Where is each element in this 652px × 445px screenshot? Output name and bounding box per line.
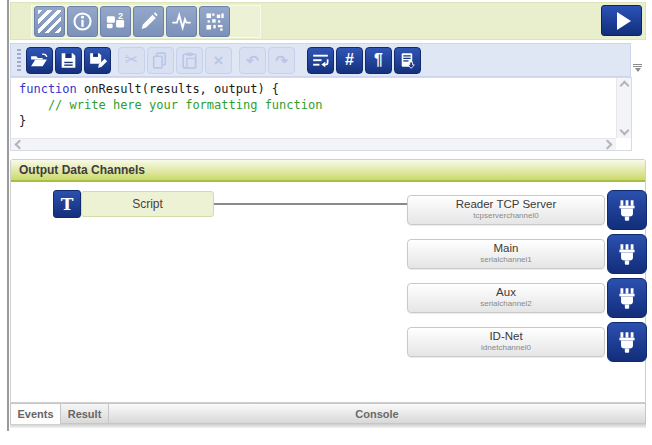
info-icon [71, 10, 94, 33]
script-code-editor[interactable]: function onResult(results, output) { // … [10, 77, 632, 151]
insert-template-button[interactable] [394, 47, 421, 74]
run-script-button[interactable] [601, 5, 642, 36]
plug-icon [614, 197, 640, 223]
overflow-lines-icon [633, 64, 642, 65]
channel-subtitle: tcpserverchannel0 [408, 211, 604, 220]
code-line-1: function onResult(results, output) { [19, 81, 631, 97]
channel-title: Aux [408, 286, 604, 299]
scroll-down-icon[interactable] [619, 126, 629, 136]
plug-icon [614, 285, 640, 311]
script-node-icon[interactable]: T [53, 190, 81, 218]
save-file-button[interactable] [55, 47, 82, 74]
monitor-button[interactable] [166, 6, 197, 37]
play-icon [617, 12, 631, 30]
pilcrow-icon: ¶ [374, 52, 383, 68]
channel-node-reader-tcp-server[interactable]: Reader TCP Server tcpserverchannel0 [407, 195, 605, 225]
copy-button [147, 47, 174, 74]
word-wrap-icon [310, 50, 331, 71]
code-text: function onResult(results, output) { // … [11, 78, 631, 129]
channel-node-aux[interactable]: Aux serialchannel2 [407, 283, 605, 313]
reading-phase-button[interactable]: 2 [100, 6, 131, 37]
barcode-setup-icon [38, 10, 61, 33]
template-document-icon [397, 50, 418, 71]
plug-icon [614, 241, 640, 267]
monitor-icon [170, 10, 193, 33]
plug-icon [614, 329, 640, 355]
channel-routing-canvas: T Script Reader TCP Server tcpserverchan… [11, 182, 645, 401]
main-toolbar-icon-strip: 2 [31, 5, 261, 38]
bottom-bar: Events Result Console [10, 403, 646, 424]
scroll-right-icon[interactable] [603, 140, 613, 150]
delete-button: × [205, 47, 232, 74]
open-folder-icon [29, 50, 50, 71]
channel-node-main[interactable]: Main serialchannel1 [407, 239, 605, 269]
channel-subtitle: serialchannel2 [408, 299, 604, 308]
reading-phase-icon: 2 [104, 10, 127, 33]
code-grading-icon [203, 10, 226, 33]
channel-connector-button-main[interactable] [607, 234, 647, 274]
code-keyword: function [19, 82, 77, 96]
toolbar-overflow-button[interactable] [633, 64, 642, 72]
output-data-channels-panel: Output Data Channels T Script Reader TCP… [10, 159, 646, 403]
undo-arrow-icon: ↶ [246, 53, 259, 68]
channel-connector-button-reader-tcp-server[interactable] [607, 190, 647, 230]
paste-button [176, 47, 203, 74]
bottom-shadow [10, 424, 646, 428]
barcode-setup-button[interactable] [34, 6, 65, 37]
reading-phase-badge: 2 [118, 11, 123, 21]
undo-button: ↶ [239, 47, 266, 74]
paste-icon [179, 50, 200, 71]
code-plain: onResult(results, output) { [77, 82, 279, 96]
main-toolbar: 2 [10, 2, 646, 40]
channel-connector-button-id-net[interactable] [607, 322, 647, 362]
edit-button[interactable] [133, 6, 164, 37]
cut-button: ✂ [118, 47, 145, 74]
channel-connector-button-aux[interactable] [607, 278, 647, 318]
copy-icon [150, 50, 171, 71]
app-window: 2 [10, 0, 646, 428]
vertical-scrollbar[interactable] [616, 78, 631, 138]
window-left-border [7, 0, 9, 431]
channel-title: Main [408, 242, 604, 255]
scroll-up-icon[interactable] [619, 81, 629, 91]
console-panel-header[interactable]: Console [109, 403, 646, 424]
toggle-whitespace-button[interactable]: ¶ [365, 47, 392, 74]
redo-arrow-icon: ↷ [275, 53, 288, 68]
toggle-word-wrap-button[interactable] [307, 47, 334, 74]
connection-arrow-line [214, 203, 422, 205]
overflow-lines-icon [633, 66, 642, 67]
tab-result[interactable]: Result [61, 403, 109, 424]
save-as-icon [87, 50, 108, 71]
editor-toolbar: ✂ × ↶ ↷ [10, 43, 631, 77]
channel-title: Reader TCP Server [408, 198, 604, 211]
code-line-2: // write here your formatting function [19, 97, 631, 113]
channel-title: ID-Net [408, 330, 604, 343]
hash-icon: # [345, 52, 354, 68]
script-node[interactable]: Script [81, 191, 214, 217]
tab-events[interactable]: Events [10, 403, 61, 424]
toolbar-grip-handle[interactable] [17, 49, 21, 71]
info-button[interactable] [67, 6, 98, 37]
channel-subtitle: idnetchannel0 [408, 343, 604, 352]
channel-subtitle: serialchannel1 [408, 255, 604, 264]
open-file-button[interactable] [26, 47, 53, 74]
channel-node-id-net[interactable]: ID-Net idnetchannel0 [407, 327, 605, 357]
redo-button: ↷ [268, 47, 295, 74]
edit-icon [137, 10, 160, 33]
code-grading-button[interactable] [199, 6, 230, 37]
horizontal-scrollbar[interactable] [11, 138, 616, 150]
delete-x-icon: × [214, 52, 224, 69]
toggle-line-numbers-button[interactable]: # [336, 47, 363, 74]
save-icon [58, 50, 79, 71]
panel-title: Output Data Channels [11, 160, 645, 182]
chevron-down-icon [635, 68, 641, 72]
code-line-3: } [19, 113, 631, 129]
save-file-as-button[interactable] [84, 47, 111, 74]
scroll-left-icon[interactable] [15, 140, 25, 150]
scissors-icon: ✂ [125, 52, 138, 68]
